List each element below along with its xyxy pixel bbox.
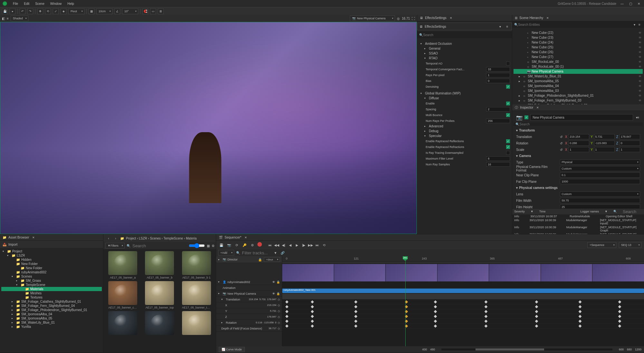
rot-y[interactable]: -115.083 — [594, 141, 615, 146]
downsample-checkbox[interactable] — [506, 151, 510, 155]
temporal-ao-checkbox[interactable] — [506, 62, 510, 65]
hierarchy-item[interactable]: ▸○SM_Foliage_Philodendron_SlightlyBurned… — [514, 93, 643, 98]
advanced-group[interactable]: ▸Advanced — [420, 124, 511, 129]
menu-icon[interactable]: ≡ — [505, 24, 510, 29]
lock-icon[interactable]: 🔒 — [257, 257, 263, 262]
filter-icon[interactable]: ▼ — [605, 210, 608, 213]
lens-dropdown[interactable]: Custom — [560, 191, 640, 197]
log-search-input[interactable] — [623, 209, 642, 214]
inspector-search[interactable]: 🔍 — [514, 123, 643, 126]
asset-item[interactable] — [179, 311, 214, 336]
breadcrumb-path[interactable]: Project › LSZR › Scenes › TempleScene › … — [126, 237, 197, 240]
tcf-input[interactable]: 33 — [486, 67, 510, 72]
nrpp-input[interactable]: 256 — [486, 119, 510, 123]
keyframe[interactable] — [354, 310, 357, 313]
eye-icon[interactable]: 👁 — [639, 36, 641, 39]
near-input[interactable]: 0.1 — [560, 172, 640, 178]
camera-icon[interactable]: 📷 — [226, 242, 232, 248]
menu-icon[interactable]: ≡ — [637, 22, 642, 27]
keyframe[interactable] — [434, 315, 437, 318]
tree-item[interactable]: 📁New Folder — [1, 266, 102, 270]
director-track[interactable]: Director — [227, 258, 238, 261]
angle-dropdown[interactable]: 10° — [122, 8, 138, 14]
keyframe-row[interactable] — [282, 304, 644, 309]
close-icon[interactable]: ✕ — [636, 1, 641, 6]
scale-y[interactable]: 1 — [594, 147, 615, 152]
x-track[interactable]: X — [225, 304, 227, 307]
maxfilt-input[interactable]: 8 — [486, 156, 510, 161]
asset-item[interactable]: AE17_05_banner_top 1 — [179, 281, 214, 309]
keyframe-row[interactable] — [282, 314, 644, 319]
next-key-icon[interactable]: ▶▶ — [308, 242, 313, 248]
tree-item[interactable]: 📁Textures — [1, 295, 102, 299]
step-fwd-icon[interactable]: |▶ — [301, 242, 307, 248]
scale-z[interactable]: 1 — [620, 147, 640, 152]
hierarchy-search[interactable]: 🔍 ▾ ≡ — [512, 21, 644, 28]
grid-spacing-dropdown[interactable]: 10cm — [96, 8, 112, 14]
eye-icon[interactable]: 👁 — [639, 31, 641, 34]
eye-icon[interactable]: 👁 — [639, 51, 641, 54]
step-back-icon[interactable]: ◀| — [281, 242, 286, 248]
minimize-icon[interactable]: — — [620, 1, 625, 6]
keyframe[interactable] — [434, 300, 437, 304]
inspector-tab[interactable]: ⓘ Inspector ✕ — [512, 104, 644, 111]
pivot-dropdown[interactable]: Pivot — [68, 8, 84, 14]
diffuse-group[interactable]: ▾Diffuse — [420, 96, 511, 101]
keyframe[interactable] — [578, 300, 582, 304]
scale-x[interactable]: 1 — [568, 147, 589, 152]
close-icon[interactable]: ✕ — [450, 16, 452, 20]
reset-icon[interactable]: ↺ — [560, 148, 562, 152]
settings-icon[interactable]: ⚙ — [212, 243, 215, 248]
open-icon[interactable]: ▸ — [10, 8, 15, 14]
keyframe[interactable] — [354, 320, 357, 323]
hierarchy-item[interactable]: ▸○SM_WaterLily_Blue_01👁 — [514, 74, 643, 79]
y-track[interactable]: Y — [225, 309, 227, 313]
close-icon[interactable]: ✕ — [32, 236, 35, 239]
hierarchy-item[interactable]: ○SM_RocksLate_00👁 — [514, 59, 643, 64]
playhead[interactable]: 281 — [405, 256, 406, 346]
hierarchy-search-input[interactable] — [518, 23, 632, 26]
keyframe[interactable] — [285, 300, 289, 304]
keyframe[interactable] — [578, 325, 582, 328]
timeline-scrollbar[interactable] — [476, 348, 544, 350]
far-input[interactable]: 1000 — [560, 179, 640, 184]
record-button[interactable] — [257, 242, 262, 247]
translation-track[interactable]: Translation — [226, 298, 240, 301]
filter-icon[interactable]: ▼ — [531, 210, 533, 213]
asset-item[interactable] — [105, 311, 140, 336]
eye-icon[interactable]: 👁 — [639, 46, 641, 49]
hierarchy-item[interactable]: 📷New Physical Camera👁 — [514, 69, 643, 74]
keyframe[interactable] — [354, 325, 357, 328]
asset-item[interactable]: AE17_05_banner_top — [142, 281, 177, 309]
eye-icon[interactable]: 👁 — [639, 80, 641, 83]
dof-track[interactable]: Depth of Field (Focus Distance) — [221, 327, 262, 330]
keyframe[interactable] — [354, 305, 357, 309]
aperture-icon[interactable]: ◎ — [397, 17, 400, 20]
eye-icon[interactable]: 👁 — [639, 65, 641, 68]
rot-z[interactable]: 0 — [620, 141, 640, 146]
keyframe-row[interactable] — [282, 319, 644, 324]
undo-icon[interactable]: ↶ — [20, 8, 25, 14]
sequencer-tab[interactable]: 🎬 Sequencer* ✕ — [216, 234, 644, 241]
effects-tab[interactable]: 🖥 EffectsSettings ✕ — [417, 15, 512, 21]
effects-search[interactable]: 🔍 — [417, 32, 512, 38]
key-icon[interactable]: ◇ — [278, 327, 280, 330]
maximize-icon[interactable]: ▢ — [628, 1, 633, 6]
refresh-icon[interactable]: ⟳ — [234, 242, 239, 248]
import-button[interactable]: Import — [8, 243, 17, 246]
close-icon[interactable]: ✕ — [536, 106, 539, 109]
asset-item[interactable]: AE17_05_banner_b 1 — [179, 251, 214, 279]
nrs-input[interactable]: 16 — [486, 162, 510, 167]
film-format-dropdown[interactable]: Custom — [560, 166, 640, 171]
keyframe[interactable] — [434, 310, 437, 313]
hierarchy-item[interactable]: ▫New Cube (27)👁 — [514, 54, 643, 59]
tree-item[interactable]: 📁rubyAnimated002 — [1, 270, 102, 274]
shot-dropdown[interactable]: + Shot — [264, 257, 280, 262]
keyframe[interactable] — [484, 305, 487, 309]
trans-x[interactable]: 219.154 — [568, 134, 589, 139]
keyframe[interactable] — [311, 305, 314, 309]
keyframe[interactable] — [484, 310, 487, 313]
camera-dropdown[interactable]: 📷New Physical Camera — [350, 15, 395, 21]
close-icon[interactable]: ✕ — [245, 236, 247, 239]
tree-item[interactable]: ▾📁LSZR — [1, 253, 102, 258]
